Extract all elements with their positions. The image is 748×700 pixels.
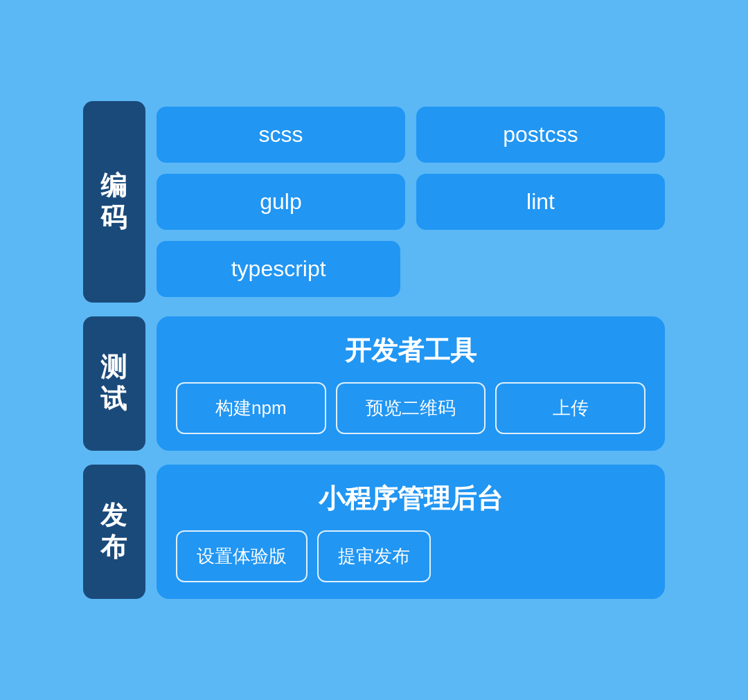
preview-qrcode-button[interactable]: 预览二维码 [336,382,486,434]
publishing-section: 发布 小程序管理后台 设置体验版 提审发布 [83,465,665,599]
devtools-tools-row: 构建npm 预览二维码 上传 [176,382,645,434]
miniapp-title: 小程序管理后台 [176,481,645,517]
coding-section: 编码 scss postcss gulp lint typescript [83,101,665,303]
coding-row-2: gulp lint [157,174,665,230]
typescript-button[interactable]: typescript [157,241,400,297]
devtools-box: 开发者工具 构建npm 预览二维码 上传 [157,316,665,451]
gulp-button[interactable]: gulp [157,174,405,230]
coding-label-text: 编码 [100,170,128,233]
miniapp-tools-row: 设置体验版 提审发布 [176,530,645,582]
publishing-label: 发布 [83,465,145,599]
postcss-button[interactable]: postcss [416,107,665,163]
lint-button[interactable]: lint [416,174,665,230]
coding-label: 编码 [83,101,145,303]
set-experience-button[interactable]: 设置体验版 [176,530,308,582]
upload-button[interactable]: 上传 [495,382,645,434]
devtools-title: 开发者工具 [176,333,645,368]
miniapp-box: 小程序管理后台 设置体验版 提审发布 [157,465,665,599]
scss-button[interactable]: scss [157,107,405,163]
testing-section: 测试 开发者工具 构建npm 预览二维码 上传 [83,316,665,451]
publishing-label-text: 发布 [100,500,128,563]
coding-row-3: typescript [157,241,665,297]
coding-row-1: scss postcss [157,107,665,163]
coding-content: scss postcss gulp lint typescript [157,101,665,303]
testing-label: 测试 [83,316,145,451]
submit-publish-button[interactable]: 提审发布 [317,530,431,582]
build-npm-button[interactable]: 构建npm [176,382,326,434]
testing-label-text: 测试 [100,352,128,415]
main-container: 编码 scss postcss gulp lint typescript 测试 … [62,80,686,620]
